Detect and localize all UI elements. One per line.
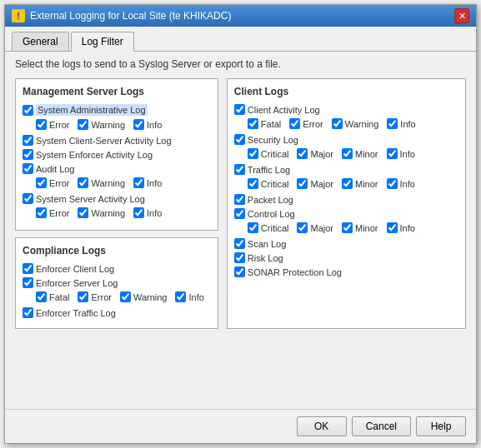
- enforcer-traffic-log-checkbox[interactable]: [23, 307, 33, 318]
- traffic-log-checkbox[interactable]: [234, 164, 245, 175]
- enforcer-traffic-log-row: Enforcer Traffic Log: [23, 307, 211, 318]
- fatal2-checkbox[interactable]: [248, 118, 258, 129]
- ok-button[interactable]: OK: [297, 416, 347, 436]
- client-activity-log-row: Client Activity Log: [234, 104, 458, 115]
- tab-log-filter[interactable]: Log Filter: [71, 32, 134, 52]
- minor2-checkbox[interactable]: [342, 178, 353, 189]
- warning4-checkbox[interactable]: [120, 291, 131, 302]
- error3-checkbox[interactable]: [36, 207, 47, 218]
- critical2-checkbox[interactable]: [248, 178, 258, 189]
- info6-checkbox[interactable]: [387, 148, 398, 159]
- minor3-checkbox[interactable]: [342, 222, 353, 233]
- error4-item: Error: [78, 291, 111, 302]
- info1-checkbox[interactable]: [133, 119, 144, 130]
- major3-checkbox[interactable]: [297, 222, 308, 233]
- scan-log-checkbox[interactable]: [234, 238, 245, 249]
- fatal1-checkbox[interactable]: [36, 291, 47, 302]
- info4-checkbox[interactable]: [175, 291, 186, 302]
- risk-log-row: Risk Log: [234, 252, 458, 263]
- app-icon: !: [12, 9, 25, 22]
- security-log-checkbox[interactable]: [234, 134, 245, 145]
- major2-item: Major: [297, 178, 333, 189]
- sys-admin-log-group: System Administrative Log Error Warning: [23, 104, 211, 130]
- warning1-checkbox[interactable]: [78, 119, 88, 130]
- enforcer-server-log-item: Enforcer Server Log: [23, 277, 118, 288]
- risk-log-checkbox[interactable]: [234, 252, 245, 263]
- window-title: External Logging for Local Site (te KHIK…: [30, 10, 231, 22]
- close-button[interactable]: ✕: [454, 8, 469, 23]
- security-log-group: Security Log Critical Major: [234, 134, 458, 159]
- enforcer-server-log-label: Enforcer Server Log: [36, 278, 118, 288]
- audit-log-row: Audit Log: [23, 163, 211, 174]
- sys-admin-log-row: System Administrative Log: [23, 104, 211, 116]
- info1-item: Info: [133, 119, 162, 130]
- sonar-log-checkbox[interactable]: [234, 266, 245, 277]
- minor1-item: Minor: [342, 148, 378, 159]
- traffic-log-row: Traffic Log: [234, 164, 458, 175]
- enforcer-traffic-log-label: Enforcer Traffic Log: [36, 308, 116, 318]
- info3-checkbox[interactable]: [133, 207, 144, 218]
- sys-admin-log-checkbox[interactable]: [23, 105, 33, 116]
- sys-server-log-row: System Server Activity Log: [23, 193, 211, 204]
- error2-checkbox[interactable]: [36, 177, 47, 188]
- warning2-label: Warning: [91, 178, 125, 188]
- help-button[interactable]: Help: [416, 416, 466, 436]
- scan-log-item: Scan Log: [234, 238, 286, 249]
- traffic-log-group: Traffic Log Critical Major: [234, 164, 458, 189]
- error5-checkbox[interactable]: [289, 118, 300, 129]
- sys-server-log-item: System Server Activity Log: [23, 193, 145, 204]
- critical3-checkbox[interactable]: [248, 222, 258, 233]
- tab-bar: General Log Filter: [5, 27, 476, 52]
- info2-checkbox[interactable]: [133, 177, 144, 188]
- sys-client-log-checkbox[interactable]: [23, 135, 33, 146]
- fatal2-item: Fatal: [248, 118, 281, 129]
- error1-checkbox[interactable]: [36, 119, 47, 130]
- warning4-label: Warning: [133, 292, 168, 302]
- sys-admin-log-item: System Administrative Log: [23, 104, 148, 116]
- sys-server-log-checkbox[interactable]: [23, 193, 33, 204]
- compliance-logs-panel: Compliance Logs Enforcer Client Log Enfo…: [15, 237, 218, 329]
- client-activity-log-label: Client Activity Log: [248, 105, 320, 115]
- description-text: Select the logs to send to a Syslog Serv…: [15, 58, 466, 70]
- error3-label: Error: [49, 208, 69, 218]
- traffic-log-item: Traffic Log: [234, 164, 290, 175]
- info7-checkbox[interactable]: [387, 178, 398, 189]
- enforcer-server-log-group: Enforcer Server Log Fatal Error: [23, 277, 211, 302]
- major1-item: Major: [297, 148, 333, 159]
- info8-label: Info: [400, 223, 415, 233]
- error4-label: Error: [91, 292, 111, 302]
- info8-checkbox[interactable]: [387, 222, 398, 233]
- major2-checkbox[interactable]: [297, 178, 308, 189]
- sys-enforcer-log-checkbox[interactable]: [23, 149, 33, 160]
- info5-checkbox[interactable]: [387, 118, 398, 129]
- title-bar: ! External Logging for Local Site (te KH…: [5, 5, 476, 27]
- critical1-checkbox[interactable]: [248, 148, 258, 159]
- packet-log-item: Packet Log: [234, 194, 293, 205]
- minor1-checkbox[interactable]: [342, 148, 353, 159]
- info3-label: Info: [147, 208, 162, 218]
- warning3-checkbox[interactable]: [78, 207, 88, 218]
- major1-checkbox[interactable]: [297, 148, 308, 159]
- critical3-label: Critical: [261, 223, 289, 233]
- error4-checkbox[interactable]: [78, 291, 88, 302]
- audit-log-item: Audit Log: [23, 163, 74, 174]
- warning5-checkbox[interactable]: [332, 118, 343, 129]
- warning2-item: Warning: [78, 177, 125, 188]
- security-log-row: Security Log: [234, 134, 458, 145]
- critical2-label: Critical: [261, 179, 289, 189]
- info8-item: Info: [387, 222, 415, 233]
- client-activity-log-checkbox[interactable]: [234, 104, 245, 115]
- content-area: Select the logs to send to a Syslog Serv…: [5, 52, 476, 409]
- minor2-item: Minor: [342, 178, 378, 189]
- packet-log-checkbox[interactable]: [234, 194, 245, 205]
- tab-general[interactable]: General: [12, 32, 69, 51]
- warning2-checkbox[interactable]: [78, 177, 88, 188]
- control-log-checkbox[interactable]: [234, 208, 245, 219]
- sys-enforcer-log-item: System Enforcer Activity Log: [23, 149, 153, 160]
- enforcer-server-log-checkbox[interactable]: [23, 277, 33, 288]
- enforcer-client-log-checkbox[interactable]: [23, 263, 33, 274]
- error5-label: Error: [303, 119, 323, 129]
- cancel-button[interactable]: Cancel: [352, 416, 411, 436]
- client-activity-log-item: Client Activity Log: [234, 104, 320, 115]
- audit-log-checkbox[interactable]: [23, 163, 33, 174]
